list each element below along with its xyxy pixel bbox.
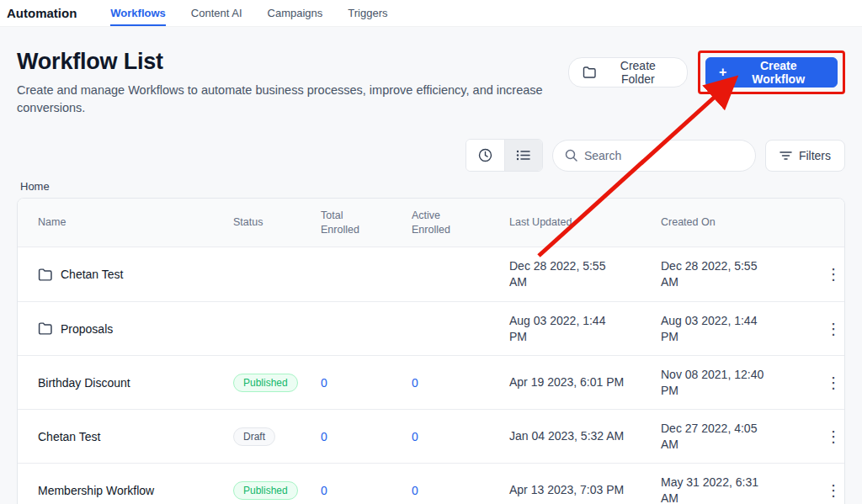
filters-button[interactable]: Filters — [765, 140, 845, 172]
create-folder-button[interactable]: Create Folder — [568, 57, 688, 88]
last-updated-value: Jan 04 2023, 5:32 AM — [509, 428, 625, 444]
created-on-value: Dec 27 2022, 4:05 AM — [661, 421, 777, 453]
active-enrolled-value[interactable]: 0 — [412, 484, 418, 497]
row-name-cell[interactable]: Membership Workflow — [38, 484, 233, 497]
col-status: Status — [233, 215, 321, 230]
created-on-value: Nov 08 2021, 12:40 PM — [661, 367, 777, 399]
status-badge: Published — [233, 374, 298, 392]
row-name-cell[interactable]: Proposals — [38, 322, 233, 336]
kebab-menu-icon[interactable]: ⋮ — [821, 317, 845, 341]
row-name-cell[interactable]: Chetan Test — [38, 268, 233, 281]
kebab-menu-icon[interactable]: ⋮ — [821, 479, 845, 502]
view-toggle — [466, 139, 543, 172]
last-updated-value: Apr 19 2023, 6:01 PM — [509, 374, 625, 390]
history-view-button[interactable] — [466, 140, 504, 171]
created-on-value: Aug 03 2022, 1:44 PM — [661, 313, 777, 345]
list-view-button[interactable] — [504, 140, 542, 171]
header-actions: Create Folder + Create Workflow — [568, 50, 845, 94]
plus-icon: + — [719, 66, 726, 79]
created-on-value: May 31 2022, 6:31 AM — [661, 475, 777, 504]
col-created-on: Created On — [661, 215, 821, 230]
page-header-text: Workflow List Create and manage Workflow… — [17, 49, 568, 117]
list-toolbar: Filters — [17, 139, 845, 172]
search-icon — [565, 149, 577, 162]
total-enrolled-value[interactable]: 0 — [321, 484, 327, 497]
table-row[interactable]: Birthday Discount Published 0 0 Apr 19 2… — [18, 355, 844, 409]
create-workflow-label: Create Workflow — [732, 59, 824, 86]
tab-triggers[interactable]: Triggers — [348, 0, 387, 26]
annotation-highlight-box: + Create Workflow — [698, 50, 845, 94]
created-on-value: Dec 28 2022, 5:55 AM — [661, 258, 777, 290]
tab-content-ai[interactable]: Content AI — [191, 0, 242, 26]
filters-label: Filters — [799, 149, 831, 162]
row-name: Birthday Discount — [38, 376, 130, 390]
page-title: Workflow List — [17, 49, 568, 75]
page-subtitle: Create and manage Workflows to automate … — [17, 82, 568, 117]
create-workflow-button[interactable]: + Create Workflow — [705, 57, 838, 88]
top-nav: Automation Workflows Content AI Campaign… — [0, 0, 862, 27]
nav-tabs: Workflows Content AI Campaigns Triggers — [110, 0, 412, 26]
table-row[interactable]: Membership Workflow Published 0 0 Apr 13… — [18, 463, 844, 504]
clock-icon — [478, 148, 492, 162]
row-name: Chetan Test — [38, 430, 100, 443]
folder-icon — [38, 322, 52, 335]
table-header-row: Name Status Total Enrolled Active Enroll… — [18, 199, 844, 247]
breadcrumb[interactable]: Home — [20, 180, 845, 193]
row-name: Chetan Test — [61, 268, 123, 281]
row-name: Proposals — [61, 322, 113, 336]
active-enrolled-value[interactable]: 0 — [412, 376, 418, 390]
filter-icon — [780, 151, 792, 161]
create-folder-label: Create Folder — [603, 59, 673, 86]
col-last-updated: Last Updated — [509, 215, 661, 230]
col-active-enrolled: Active Enrolled — [412, 209, 460, 237]
kebab-menu-icon[interactable]: ⋮ — [821, 425, 845, 448]
total-enrolled-value[interactable]: 0 — [321, 376, 327, 390]
table-row[interactable]: Chetan Test Dec 28 2022, 5:55 AM Dec 28 … — [18, 247, 844, 301]
app-title: Automation — [7, 6, 77, 20]
list-icon — [516, 149, 530, 162]
folder-icon — [583, 66, 596, 78]
page-header: Workflow List Create and manage Workflow… — [17, 49, 845, 117]
row-name-cell[interactable]: Birthday Discount — [38, 376, 233, 390]
row-name-cell[interactable]: Chetan Test — [38, 430, 233, 443]
kebab-menu-icon[interactable]: ⋮ — [821, 371, 845, 395]
search-box — [552, 140, 756, 172]
total-enrolled-value[interactable]: 0 — [321, 430, 327, 443]
last-updated-value: Aug 03 2022, 1:44 PM — [509, 313, 625, 345]
folder-icon — [38, 268, 52, 281]
col-name: Name — [38, 215, 233, 230]
kebab-menu-icon[interactable]: ⋮ — [821, 263, 845, 286]
table-row[interactable]: Proposals Aug 03 2022, 1:44 PM Aug 03 20… — [18, 301, 844, 355]
workflow-table: Name Status Total Enrolled Active Enroll… — [17, 198, 845, 504]
tab-campaigns[interactable]: Campaigns — [268, 0, 323, 26]
row-name: Membership Workflow — [38, 484, 154, 497]
last-updated-value: Apr 13 2023, 7:03 PM — [509, 482, 625, 498]
search-input[interactable] — [584, 149, 743, 162]
status-badge: Published — [233, 481, 298, 500]
col-total-enrolled: Total Enrolled — [321, 209, 370, 237]
table-row[interactable]: Chetan Test Draft 0 0 Jan 04 2023, 5:32 … — [18, 409, 844, 463]
tab-workflows[interactable]: Workflows — [110, 0, 166, 26]
table-body: Chetan Test Dec 28 2022, 5:55 AM Dec 28 … — [18, 247, 844, 504]
status-badge: Draft — [233, 427, 275, 446]
active-enrolled-value[interactable]: 0 — [412, 430, 418, 443]
last-updated-value: Dec 28 2022, 5:55 AM — [509, 258, 625, 290]
